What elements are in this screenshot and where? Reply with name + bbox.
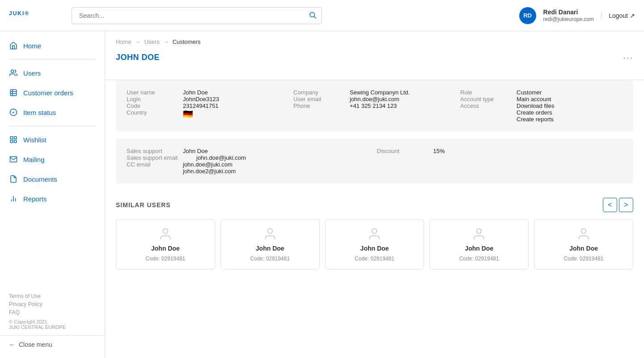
user-card-name: John Doe [465,245,493,252]
account-type-row: Account type Main account [460,96,623,102]
sales-support-email-label: Sales support email [127,154,189,161]
user-card[interactable]: John Doe Code: 02919481 [429,219,529,269]
search-icon [309,11,317,20]
more-options-button[interactable]: ··· [623,52,633,63]
tab-bar [105,70,644,80]
item-status-icon [9,108,18,117]
breadcrumb-home[interactable]: Home [116,38,131,45]
svg-rect-8 [10,136,13,139]
role-row: Role Customer [460,89,623,96]
layout: Home Users Customer orders Item status [0,31,644,358]
cc-email-value-2: john.doe2@juki.com [183,168,236,175]
user-card-name: John Doe [569,245,598,252]
user-name-row: User name John Doe [127,89,289,96]
documents-icon [9,175,18,183]
sales-support-label: Sales support [127,148,176,154]
login-label: Login [127,96,176,102]
users-icon [9,68,18,77]
svg-point-0 [310,12,315,17]
similar-users-nav: < > [603,198,633,212]
sidebar-item-reports[interactable]: Reports [0,189,105,209]
main-content: Home → Users → Customers JOHN DOE ··· Us… [105,31,644,358]
logo-text: JUKI [9,10,25,16]
login-value: JohnDoe3123 [183,96,219,102]
logout-button[interactable]: Logout ↗ [601,12,635,19]
access-value-2: Create orders [517,109,555,116]
header-right: RD Redi Danari redi@jukieurope.com Logou… [519,7,635,24]
header: JUKI® RD Redi Danari redi@jukieurope.com… [0,0,644,31]
sidebar-item-home[interactable]: Home [0,36,105,55]
page-title: JOHN DOE [116,53,160,62]
user-card-icon [263,227,277,241]
user-card-code: Code: 02919481 [564,256,604,262]
sales-support-row: Sales support John Doe [127,148,373,154]
similar-users-title: SIMILAR USERS [116,201,171,209]
terms-of-use-link[interactable]: Terms of Use [9,293,96,299]
svg-rect-9 [14,136,17,139]
sidebar-item-mailing[interactable]: Mailing [0,149,105,169]
reports-icon [9,194,18,203]
similar-users-header: SIMILAR USERS < > [116,198,633,212]
user-card[interactable]: John Doe Code: 02919481 [534,219,633,269]
user-info-col-3: Role Customer Account type Main account … [460,89,623,123]
close-menu-label: Close menu [19,341,52,348]
account-type-label: Account type [460,96,509,102]
sales-support-email-row: Sales support email john.doe@juki.com [127,154,373,161]
user-card[interactable]: John Doe Code: 02919481 [220,219,320,269]
close-menu-icon: ← [9,341,15,348]
search-input[interactable] [72,7,322,24]
copyright: © Copyright 2021JUKI CENTRAL EUROPE [9,319,96,330]
next-button[interactable]: > [619,198,633,212]
sidebar-item-documents[interactable]: Documents [0,169,105,189]
company-value: Sewing Companyn Ltd. [350,89,410,96]
prev-button[interactable]: < [603,198,617,212]
svg-point-19 [581,229,586,234]
home-icon [9,41,18,50]
svg-point-2 [11,70,14,72]
access-label: Access [460,102,509,109]
sidebar-divider-1 [9,59,96,60]
sidebar-footer: Terms of Use Privacy Policy FAQ © Copyri… [0,288,105,335]
user-info-col-1: User name John Doe Login JohnDoe3123 Cod… [127,89,289,123]
user-card[interactable]: John Doe Code: 02919481 [116,219,215,269]
sidebar-item-users[interactable]: Users [0,63,105,83]
breadcrumb-users[interactable]: Users [144,38,160,45]
user-card-icon [472,227,486,241]
faq-link[interactable]: FAQ [9,309,96,315]
country-label: Country [127,109,176,116]
user-card-name: John Doe [360,245,389,252]
sidebar-label-documents: Documents [23,175,57,183]
sales-support-email-value: john.doe@juki.com [196,154,246,161]
sales-col-1: Sales support John Doe Sales support ema… [127,148,373,175]
svg-point-18 [477,229,482,234]
svg-point-17 [372,229,377,234]
cc-email-row: CC email john.doe@juki.com john.doe2@juk… [127,161,373,175]
svg-point-15 [163,229,168,234]
page-header: JOHN DOE ··· [105,49,644,70]
user-card-icon [576,227,591,241]
breadcrumb-arrow-1: → [135,38,141,45]
cc-email-label: CC email [127,161,176,168]
phone-row: Phone +41 325 2134 123 [293,102,456,109]
sidebar-item-customer-orders[interactable]: Customer orders [0,83,105,102]
logo: JUKI® [9,9,63,23]
account-type-value: Main account [517,96,551,102]
sidebar-item-item-status[interactable]: Item status [0,102,105,122]
sales-info-card: Sales support John Doe Sales support ema… [116,139,633,183]
close-menu-button[interactable]: ← Close menu [0,335,105,354]
sidebar-label-users: Users [23,69,41,77]
search-bar [72,7,322,24]
svg-rect-10 [14,141,17,143]
svg-point-16 [267,229,272,234]
discount-label: Discount [377,148,426,154]
sidebar-label-customer-orders: Customer orders [23,89,73,97]
privacy-policy-link[interactable]: Privacy Policy [9,301,96,307]
similar-users-section: SIMILAR USERS < > John Doe Code: 0291948… [105,191,644,277]
company-row: Company Sewing Companyn Ltd. [293,89,456,96]
sidebar-item-wishlist[interactable]: Wishlist [0,130,105,149]
breadcrumb: Home → Users → Customers [105,31,644,49]
user-card-icon [158,227,173,241]
user-card[interactable]: John Doe Code: 02919481 [325,219,424,269]
access-values: Download files Create orders Create repo… [517,102,555,123]
sidebar-label-wishlist: Wishlist [23,136,47,144]
